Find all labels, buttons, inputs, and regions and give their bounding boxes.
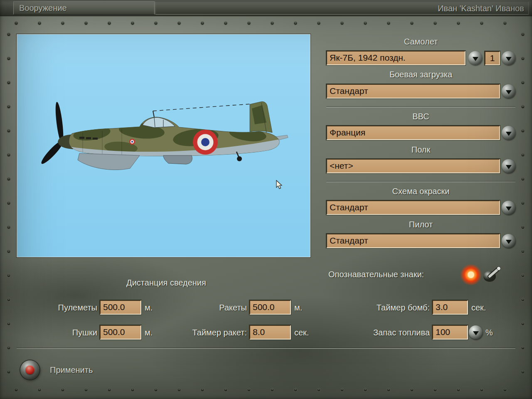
markings-toggle[interactable] [455,264,503,287]
machineguns-unit: м. [145,303,153,312]
bomb-timer-field[interactable]: 3.0 [432,300,468,315]
rockets-unit: м. [294,303,302,312]
aircraft-side-view [17,34,310,257]
triangle-down-icon [506,132,512,136]
separator [326,182,515,182]
rivet-row-bottom [14,388,518,392]
player-name: Иван 'Kashtan' Иванов [438,3,524,14]
label-loadout: Боевая загрузка [326,70,515,79]
machineguns-field[interactable]: 500.0 [100,300,141,315]
triangle-down-icon [506,207,512,211]
rivet-column-left [7,32,11,386]
separator [326,107,515,107]
separator [17,348,515,349]
label-airforce: ВВС [326,112,515,121]
apply-label[interactable]: Применить [50,365,93,374]
lamp-icon [460,264,482,286]
paint-scheme-arrow-button[interactable] [502,201,515,214]
pilot-select[interactable]: Стандарт [326,234,500,248]
cannons-field[interactable]: 500.0 [100,325,141,340]
label-cannons: Пушки [14,328,97,337]
triangle-down-icon [473,331,479,335]
triangle-down-icon [506,57,512,61]
label-fuel: Запас топлива [347,328,430,337]
small-roundel [129,139,135,145]
rocket-timer-field[interactable]: 8.0 [249,325,291,340]
triangle-down-icon [506,165,512,169]
rivet-row-top [14,21,518,26]
rivet-column-right [521,32,525,386]
fuel-unit: % [485,328,493,337]
label-regiment: Полк [326,145,515,154]
regiment-select[interactable]: <нет> [326,159,500,173]
aircraft-count-field[interactable]: 1 [485,51,500,65]
rockets-field[interactable]: 500.0 [249,300,291,315]
label-rocket-timer: Таймер ракет: [164,328,247,337]
label-bomb-timer: Таймер бомб: [347,303,430,312]
triangle-down-icon [506,240,512,244]
aircraft-select[interactable]: Як-7Б, 1942 поздн. [326,51,466,65]
bomb-timer-unit: сек. [471,303,486,312]
aircraft-variant-arrow-button[interactable] [468,51,482,65]
airforce-arrow-button[interactable] [502,126,515,140]
label-rockets: Ракеты [164,303,247,312]
rocket-timer-unit: сек. [294,328,309,337]
top-bar-right-section: Иван 'Kashtan' Иванов [155,1,529,15]
label-machineguns: Пулеметы [14,303,97,312]
apply-button[interactable] [20,360,39,379]
label-markings: Опознавательные знаки: [328,270,424,279]
french-roundel [193,130,218,155]
triangle-down-icon [506,90,512,94]
triangle-down-icon [473,57,478,61]
label-paint-scheme: Схема окраски [326,187,515,196]
armament-screen: Вооружение Иван 'Kashtan' Иванов [0,0,532,399]
fuel-field[interactable]: 100 [432,325,468,340]
mouse-cursor-icon [276,180,283,190]
regiment-arrow-button[interactable] [502,159,515,173]
paint-scheme-select[interactable]: Стандарт [326,200,500,215]
label-aircraft: Самолет [326,37,515,46]
cannons-unit: м. [145,328,153,337]
top-bar: Вооружение Иван 'Kashtan' Иванов [0,0,532,16]
fuel-arrow-button[interactable] [469,325,483,339]
airforce-select[interactable]: Франция [326,126,500,140]
loadout-select[interactable]: Стандарт [326,84,500,99]
loadout-arrow-button[interactable] [502,84,515,98]
aircraft-count-arrow-button[interactable] [502,51,515,65]
pilot-arrow-button[interactable] [502,234,515,248]
label-pilot: Пилот [326,220,515,229]
tab-armament-label: Вооружение [19,3,67,12]
aircraft-preview-panel [17,34,310,257]
tab-armament[interactable]: Вооружение [13,1,155,15]
convergence-title: Дистанция сведения [83,278,249,287]
lever-icon [483,267,501,282]
